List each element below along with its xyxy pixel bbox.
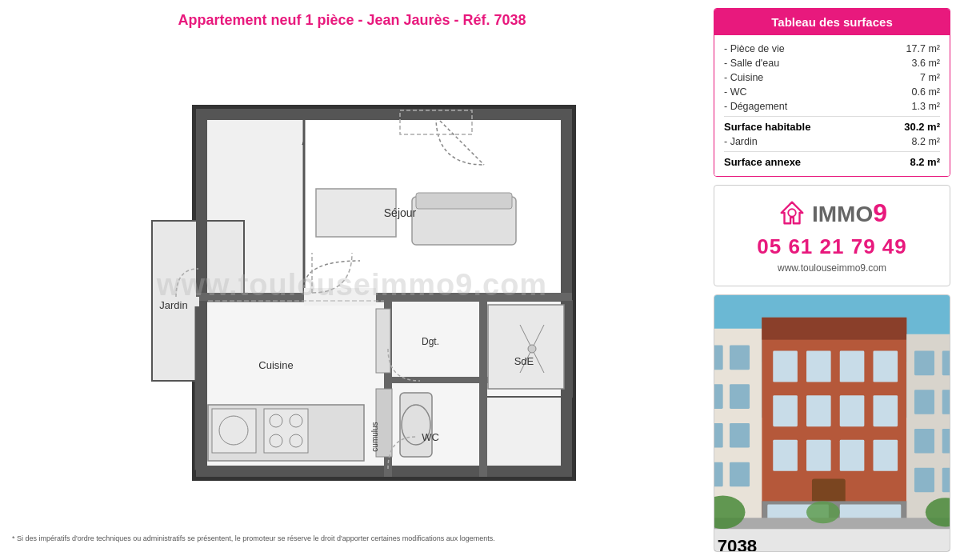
svg-text:WC: WC: [422, 431, 439, 443]
svg-rect-22: [264, 409, 308, 453]
svg-text:SdE: SdE: [514, 355, 534, 367]
right-panel: Tableau des surfaces - Pièce de vie 17.7…: [704, 0, 960, 560]
svg-text:cumulus: cumulus: [370, 422, 379, 451]
svg-rect-54: [714, 346, 723, 370]
surface-value-bold: 8.2 m²: [910, 156, 940, 168]
svg-rect-57: [714, 384, 723, 409]
surface-row-salle-deau: - Salle d'eau 3.6 m²: [724, 56, 940, 70]
immo9-contact-box: IMMO9 05 61 21 79 49 www.toulouseimmo9.c…: [714, 185, 950, 286]
building-photo-box: Réf. 7038: [714, 294, 950, 552]
surface-value: 0.6 m²: [912, 86, 940, 98]
svg-rect-74: [873, 395, 898, 426]
svg-rect-28: [400, 393, 432, 457]
svg-rect-15: [479, 301, 487, 477]
apartment-title: Appartement neuf 1 pièce - Jean Jaurès -…: [12, 8, 692, 33]
svg-rect-35: [416, 193, 512, 209]
svg-rect-90: [914, 468, 934, 493]
svg-rect-68: [806, 351, 831, 382]
building-photo-svg: Réf. 7038: [714, 295, 950, 551]
surface-value-bold: 30.2 m²: [904, 121, 940, 133]
svg-rect-60: [714, 423, 723, 448]
svg-rect-13: [196, 293, 572, 301]
svg-rect-69: [840, 351, 865, 382]
svg-rect-73: [840, 395, 865, 426]
svg-rect-82: [942, 351, 950, 376]
surface-label: - Cuisine: [724, 72, 920, 83]
svg-point-48: [788, 209, 796, 217]
svg-point-33: [528, 345, 536, 353]
svg-rect-85: [942, 390, 950, 414]
svg-rect-11: [196, 109, 572, 120]
surfaces-header: Tableau des surfaces: [714, 9, 950, 35]
surface-row-habitable: Surface habitable 30.2 m²: [724, 119, 940, 134]
surfaces-body: - Pièce de vie 17.7 m² - Salle d'eau 3.6…: [714, 35, 950, 176]
surface-row-annexe: Surface annexe 8.2 m²: [724, 154, 940, 170]
surface-value: 17.7 m²: [906, 43, 940, 54]
svg-rect-78: [873, 440, 898, 471]
immo9-logo: IMMO9: [722, 198, 942, 228]
svg-rect-30: [488, 305, 564, 389]
surface-label: - Salle d'eau: [724, 58, 912, 69]
svg-rect-16: [384, 377, 488, 383]
svg-rect-27: [376, 309, 390, 373]
surface-divider-2: [724, 151, 940, 152]
svg-rect-71: [773, 395, 798, 426]
immo9-website: www.toulouseimmo9.com: [722, 262, 942, 274]
surface-value: 1.3 m²: [912, 101, 940, 112]
svg-rect-64: [730, 462, 750, 487]
svg-rect-81: [914, 351, 934, 376]
surface-label: - Pièce de vie: [724, 43, 906, 54]
surface-label: - Jardin: [724, 136, 912, 147]
svg-rect-84: [914, 390, 934, 414]
svg-text:Séjour: Séjour: [384, 206, 417, 219]
floor-plan-container: www.toulouseimmo9.com: [12, 39, 692, 530]
svg-rect-76: [806, 440, 831, 471]
svg-rect-55: [730, 346, 750, 370]
immo9-phone: 05 61 21 79 49: [722, 234, 942, 259]
floor-plan-svg: Séjour Jardin Cuisine cumulus Dgt. SdE W…: [104, 61, 600, 509]
svg-rect-61: [730, 423, 750, 448]
house-icon: [777, 198, 807, 228]
surface-label-bold: Surface annexe: [724, 156, 910, 168]
surfaces-table: Tableau des surfaces - Pièce de vie 17.7…: [714, 8, 950, 177]
surface-row-cuisine: - Cuisine 7 m²: [724, 70, 940, 85]
svg-text:Dgt.: Dgt.: [422, 336, 439, 347]
svg-rect-20: [212, 409, 256, 453]
svg-rect-67: [773, 351, 798, 382]
svg-rect-88: [942, 429, 950, 454]
svg-rect-87: [914, 429, 934, 454]
svg-rect-66: [762, 318, 906, 340]
svg-rect-77: [840, 440, 865, 471]
surface-label-bold: Surface habitable: [724, 121, 904, 133]
surface-row-jardin: - Jardin 8.2 m²: [724, 134, 940, 149]
surface-label: - WC: [724, 86, 912, 98]
svg-text:Jardin: Jardin: [159, 299, 187, 311]
svg-rect-58: [730, 384, 750, 409]
immo9-brand-text: IMMO9: [812, 198, 887, 228]
svg-rect-63: [714, 462, 723, 487]
left-panel: Appartement neuf 1 pièce - Jean Jaurès -…: [0, 0, 704, 560]
surface-row-degagement: - Dégagement 1.3 m²: [724, 99, 940, 114]
surface-row-piece-de-vie: - Pièce de vie 17.7 m²: [724, 42, 940, 56]
svg-text:7038: 7038: [718, 536, 758, 551]
svg-rect-75: [773, 440, 798, 471]
surface-label: - Dégagement: [724, 101, 912, 112]
svg-rect-70: [873, 351, 898, 382]
surface-row-wc: - WC 0.6 m²: [724, 85, 940, 99]
svg-rect-72: [806, 395, 831, 426]
svg-text:Cuisine: Cuisine: [258, 359, 293, 371]
svg-point-99: [806, 501, 840, 523]
surface-value: 8.2 m²: [912, 136, 940, 147]
surface-value: 7 m²: [920, 72, 940, 83]
svg-rect-17: [304, 288, 376, 306]
surface-value: 3.6 m²: [912, 58, 940, 69]
svg-rect-91: [942, 468, 950, 493]
disclaimer-text: * Si des impératifs d'ordre techniques o…: [12, 534, 692, 544]
surface-divider: [724, 116, 940, 117]
